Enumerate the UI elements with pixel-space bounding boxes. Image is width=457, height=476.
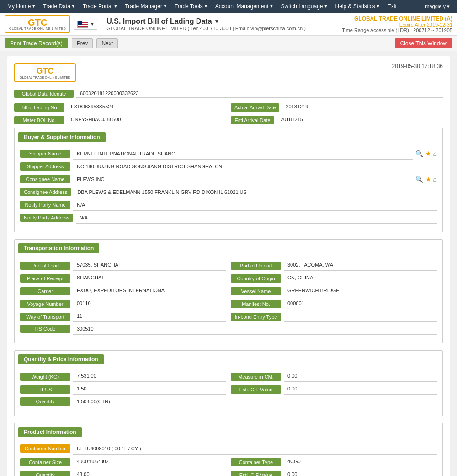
inbond-col: In-bond Entry Type <box>231 312 437 322</box>
close-window-button[interactable]: Close This Window <box>395 38 452 48</box>
country-origin-value: CN, CHINA <box>284 273 437 283</box>
dropdown-arrow-icon: ▼ <box>214 18 220 25</box>
teus-value: 1.50 <box>73 385 226 395</box>
weight-value: 7,531.00 <box>73 372 226 382</box>
flag-icon <box>77 21 88 28</box>
cif-col: Esti. CIF Value 0.00 <box>231 385 437 395</box>
quantity-value: 1,504.00(CTN) <box>73 397 437 407</box>
chevron-down-icon: ▼ <box>90 22 94 27</box>
nav-trade-manager[interactable]: Trade Manager ▼ <box>121 0 171 13</box>
prev-button[interactable]: Prev <box>72 38 93 48</box>
global-data-identity-value: 600320181220000332623 <box>76 89 443 98</box>
esti-arrival-label: Esti Arrival Date <box>231 116 274 124</box>
nav-account-management[interactable]: Account Management ▼ <box>212 0 277 13</box>
user-menu[interactable]: maggie.y ▾ <box>421 0 453 13</box>
receipt-origin-row: Place of Receipt SHANGHAI Country of Ori… <box>20 273 437 283</box>
next-button[interactable]: Next <box>96 38 118 48</box>
port-unload-value: 3002, TACOMA, WA <box>284 261 437 271</box>
account-company: GLOBAL TRADE ONLINE LIMITED (A) <box>342 16 452 22</box>
print-button[interactable]: Print Trade Record(s) <box>5 38 68 48</box>
product-info-title: Product Information <box>18 427 82 437</box>
measure-col: Measure in CM. 0.00 <box>231 372 437 382</box>
container-type-col: Container Type 4CG0 <box>231 457 437 467</box>
search-icon[interactable]: 🔍 <box>415 150 424 158</box>
quantity-price-section: Quantity & Price Information Weight (KG)… <box>14 350 443 416</box>
weight-label: Weight (KG) <box>20 373 70 381</box>
nav-trade-tools[interactable]: Trade Tools ▼ <box>171 0 212 13</box>
buyer-supplier-body: Shipper Name KERNEL INTERNATIONAL TRADE … <box>15 146 442 232</box>
main-content: GTC GLOBAL TRADE ONLINE LIMITED 2019-05-… <box>0 51 457 476</box>
star-icon[interactable]: ★ <box>425 150 431 157</box>
home-icon[interactable]: ⌂ <box>433 176 437 183</box>
nav-help-statistics[interactable]: Help & Statistics ▼ <box>331 0 383 13</box>
shipper-name-label: Shipper Name <box>20 150 70 158</box>
carrier-value: EXDO, EXPEDITORS INTERNATIONAL <box>73 286 226 296</box>
account-info: GLOBAL TRADE ONLINE LIMITED (A) Expire A… <box>342 16 452 33</box>
nav-my-home[interactable]: My Home ▼ <box>4 0 39 13</box>
transportation-body: Port of Load 57035, SHANGHAI Port of Unl… <box>15 257 442 343</box>
product-qty-cif-row: Quantity 43.00 Esti. CIF Value 0.00 <box>20 470 437 476</box>
vessel-col: Vessel Name GREENWICH BRIDGE <box>231 286 437 296</box>
place-receipt-label: Place of Receipt <box>20 274 70 283</box>
inbond-label: In-bond Entry Type <box>231 313 281 321</box>
nav-trade-portal[interactable]: Trade Portal ▼ <box>79 0 122 13</box>
place-receipt-col: Place of Receipt SHANGHAI <box>20 273 226 283</box>
bol-left: Bill of Lading No. EXDO63953S5524 <box>14 102 226 112</box>
header-bar: GTC GLOBAL TRADE ONLINE LIMITED ▼ U.S. I… <box>0 13 457 36</box>
esti-arrival-right: Esti Arrival Date 20181215 <box>231 115 443 125</box>
language-selector[interactable]: ▼ <box>74 19 97 30</box>
measure-value: 0.00 <box>284 372 437 382</box>
page-title: U.S. Import Bill of Lading Data ▼ <box>106 17 342 26</box>
nav-trade-data[interactable]: Trade Data ▼ <box>39 0 79 13</box>
consignee-address-value: DBA PLEWS & EDELMANN 1550 FRANKLIN GRV R… <box>74 188 437 198</box>
place-receipt-value: SHANGHAI <box>73 273 226 283</box>
bol-value: EXDO63953S5524 <box>67 102 226 112</box>
port-row: Port of Load 57035, SHANGHAI Port of Unl… <box>20 261 437 271</box>
teus-cif-row: TEUS 1.50 Esti. CIF Value 0.00 <box>20 385 437 395</box>
weight-col: Weight (KG) 7,531.00 <box>20 372 226 382</box>
voyage-value: 00110 <box>73 299 226 309</box>
nav-switch-language[interactable]: Switch Language ▼ <box>277 0 331 13</box>
notify-party-name-row: Notify Party Name N/A <box>20 201 437 211</box>
inbond-value <box>284 312 437 322</box>
product-qty-col: Quantity 43.00 <box>20 470 226 476</box>
product-info-body: Container Number UETU4098010 ( 00 / L / … <box>15 441 442 476</box>
search-icon[interactable]: 🔍 <box>415 175 424 183</box>
transportation-title: Transportation Information <box>18 243 99 253</box>
bol-row: Bill of Lading No. EXDO63953S5524 Actual… <box>14 102 443 112</box>
notify-party-name-value: N/A <box>73 201 437 211</box>
shipper-address-row: Shipper Address NO 180 JIUJING ROAD SONG… <box>20 162 437 172</box>
logo-text: GTC <box>28 18 47 27</box>
global-data-identity-label: Global Data Identity <box>14 90 74 98</box>
shipper-name-value: KERNEL INTERNATIONAL TRADE SHANG <box>73 150 413 160</box>
chevron-down-icon: ▼ <box>270 4 274 9</box>
page-subtitle: GLOBAL TRADE ONLINE LIMITED ( Tel: 400-7… <box>106 26 342 31</box>
port-load-label: Port of Load <box>20 262 70 270</box>
container-size-col: Container Size 4000*806*802 <box>20 457 226 467</box>
voyage-col: Voyage Number 00110 <box>20 299 226 309</box>
transportation-header: Transportation Information <box>15 240 442 257</box>
notify-party-address-row: Notify Party Address N/A <box>20 214 437 224</box>
shipper-address-label: Shipper Address <box>20 162 70 171</box>
buyer-supplier-title: Buyer & Supplier Information <box>18 132 106 142</box>
carrier-label: Carrier <box>20 287 70 295</box>
record-card: GTC GLOBAL TRADE ONLINE LIMITED 2019-05-… <box>7 56 450 476</box>
record-header: GTC GLOBAL TRADE ONLINE LIMITED 2019-05-… <box>14 63 443 82</box>
way-transport-label: Way of Transport <box>20 313 70 321</box>
quantity-price-body: Weight (KG) 7,531.00 Measure in CM. 0.00… <box>15 368 442 416</box>
container-number-row: Container Number UETU4098010 ( 00 / L / … <box>20 444 437 455</box>
global-data-identity-row: Global Data Identity 6003201812200003326… <box>14 89 443 98</box>
page-title-area: U.S. Import Bill of Lading Data ▼ GLOBAL… <box>97 17 342 31</box>
top-toolbar: Print Trade Record(s) Prev Next Close Th… <box>0 36 457 51</box>
vessel-label: Vessel Name <box>231 287 281 295</box>
nav-exit[interactable]: Exit <box>384 0 400 13</box>
measure-label: Measure in CM. <box>231 373 281 381</box>
hs-code-value: 300510 <box>73 325 437 335</box>
home-icon[interactable]: ⌂ <box>433 150 437 157</box>
star-icon[interactable]: ★ <box>425 176 431 183</box>
quantity-row: Quantity 1,504.00(CTN) <box>20 397 437 407</box>
container-type-label: Container Type <box>231 458 281 466</box>
product-qty-label: Quantity <box>20 471 70 476</box>
port-unload-label: Port of Unload <box>231 262 281 270</box>
notify-party-name-label: Notify Party Name <box>20 201 70 209</box>
